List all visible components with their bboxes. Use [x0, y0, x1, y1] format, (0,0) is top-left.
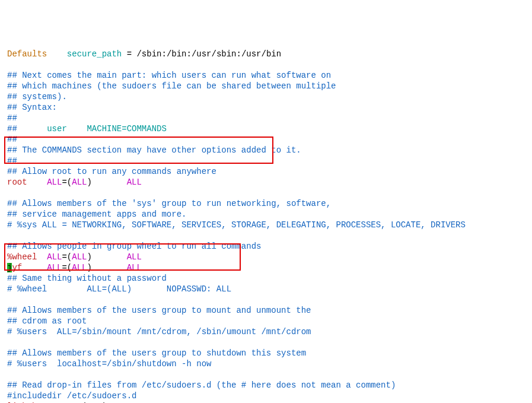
comment-prefix: ## — [7, 124, 17, 134]
comment-line: ## — [7, 113, 17, 123]
all-token: ALL — [47, 177, 62, 187]
comment-line: ## Allow root to run any commands anywhe… — [7, 167, 216, 176]
root-rule-line: root ALL=(ALL) ALL — [7, 177, 142, 187]
path-value: /sbin:/bin:/usr/sbin:/usr/bin — [136, 49, 281, 59]
comment-line: ## Allows members of the 'sys' group to … — [7, 199, 331, 208]
comment-line: ## Syntax: — [7, 103, 57, 112]
jyf-rule-line: jyf ALL=(ALL) ALL — [7, 263, 142, 272]
comment-line: ## Next comes the main part: which users… — [7, 71, 331, 80]
all-token: ALL — [72, 263, 87, 272]
wheel-rule-line: %wheel ALL=(ALL) ALL — [7, 252, 142, 262]
all-token: ALL — [47, 252, 62, 262]
all-token: ALL — [127, 177, 142, 187]
all-token: ALL — [127, 252, 142, 262]
comment-line: ## user MACHINE=COMMANDS — [7, 124, 167, 134]
comment-line: # %wheel ALL=(ALL) NOPASSWD: ALL — [7, 284, 231, 294]
user-jyf-rest: yf — [12, 263, 22, 272]
all-token: ALL — [127, 263, 142, 272]
user-root: root — [7, 177, 27, 187]
all-token: ALL — [72, 252, 87, 262]
comment-line: # %users localhost=/sbin/shutdown -h now — [7, 359, 211, 369]
group-wheel: %wheel — [7, 252, 37, 262]
comment-line: ## Same thing without a password — [7, 274, 167, 283]
comment-line: ## Allows members of the users group to … — [7, 306, 311, 315]
comment-line: #includedir /etc/sudoers.d — [7, 391, 136, 401]
comment-line: ## systems). — [7, 92, 67, 101]
equals: = — [122, 49, 136, 59]
comment-line: # %sys ALL = NETWORKING, SOFTWARE, SERVI… — [7, 220, 466, 230]
comment-line: ## cdrom as root — [7, 316, 87, 326]
comment-syntax-body: user MACHINE=COMMANDS — [17, 124, 167, 134]
keyword-secure-path: secure_path — [67, 49, 122, 59]
comment-line: ## Read drop-in files from /etc/sudoers.… — [7, 380, 396, 390]
comment-line: ## — [7, 135, 17, 144]
comment-line: ## which machines (the sudoers file can … — [7, 81, 336, 91]
comment-line: ## Allows people in group wheel to run a… — [7, 242, 261, 251]
all-token: ALL — [72, 177, 87, 187]
comment-line: ## The COMMANDS section may have other o… — [7, 145, 301, 155]
defaults-line: Defaults secure_path = /sbin:/bin:/usr/s… — [7, 49, 281, 59]
all-token: ALL — [47, 263, 62, 272]
comment-line: ## Allows members of the users group to … — [7, 348, 306, 358]
comment-line: ## — [7, 156, 17, 166]
comment-line: # %users ALL=/sbin/mount /mnt/cdrom, /sb… — [7, 327, 311, 337]
keyword-defaults: Defaults — [7, 49, 47, 59]
comment-line: ## service management apps and more. — [7, 210, 186, 219]
